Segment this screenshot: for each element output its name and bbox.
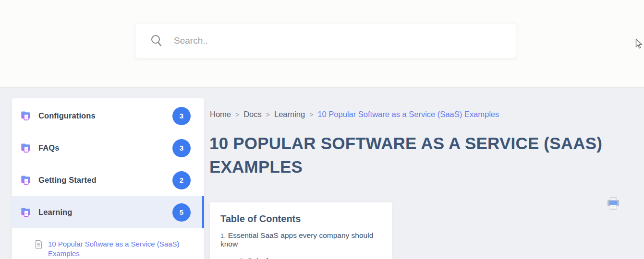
folder-docs-icon [20,207,31,218]
document-icon [35,240,43,249]
count-badge: 3 [172,107,191,125]
mouse-cursor [635,38,644,49]
count-badge: 2 [172,171,191,189]
breadcrumb-item-current: 10 Popular Software as a Service (SaaS) … [317,110,499,119]
folder-docs-icon [20,142,31,153]
sidebar-item-learning[interactable]: Learning 5 [12,196,204,228]
toc-label: Essential SaaS apps every company should… [220,231,373,248]
breadcrumb-item-docs[interactable]: Docs [243,110,262,119]
sidebar-item-getting-started[interactable]: Getting Started 2 [12,164,204,196]
printer-icon [606,197,620,211]
count-badge: 3 [172,139,191,157]
folder-docs-icon [20,110,31,121]
toc-item[interactable]: 1.1.1. Salesforce.com [220,257,383,259]
category-label: Getting Started [38,176,97,185]
breadcrumb: Home > Docs > Learning > 10 Popular Soft… [210,110,499,119]
toc-label: 1. Salesforce.com [239,257,299,259]
breadcrumb-separator: > [235,111,239,118]
category-label: Learning [38,208,72,217]
print-button[interactable] [606,196,621,211]
search-bar[interactable] [135,23,516,59]
search-input[interactable] [174,35,504,46]
sidebar-item-configurations[interactable]: Configurations 3 [12,100,204,132]
category-label: Configurations [38,111,96,120]
category-label: FAQs [38,143,60,153]
count-badge: 5 [172,203,191,222]
page-title: 10 POPULAR SOFTWARE AS A SERVICE (SAAS) … [209,131,610,178]
article-list: 10 Popular Software as a Service (SaaS) … [12,228,204,259]
toc-title: Table of Contents [220,213,383,224]
breadcrumb-separator: > [266,111,270,118]
sidebar-item-faqs[interactable]: FAQs 3 [12,132,204,164]
folder-docs-icon [20,175,31,186]
sidebar-article-saas-examples[interactable]: 10 Popular Software as a Service (SaaS) … [12,235,204,259]
table-of-contents-card: Table of Contents 1.Essential SaaS apps … [210,202,392,259]
sidebar-card: Configurations 3 FAQs 3 Getting Started … [12,98,204,259]
toc-item[interactable]: 1.Essential SaaS apps every company shou… [220,231,383,248]
article-label: 10 Popular Software as a Service (SaaS) … [48,239,194,259]
toc-number: 1. [220,232,226,239]
search-icon [150,34,163,47]
breadcrumb-item-learning[interactable]: Learning [274,110,305,119]
breadcrumb-item-home[interactable]: Home [210,110,231,119]
breadcrumb-separator: > [309,111,313,118]
